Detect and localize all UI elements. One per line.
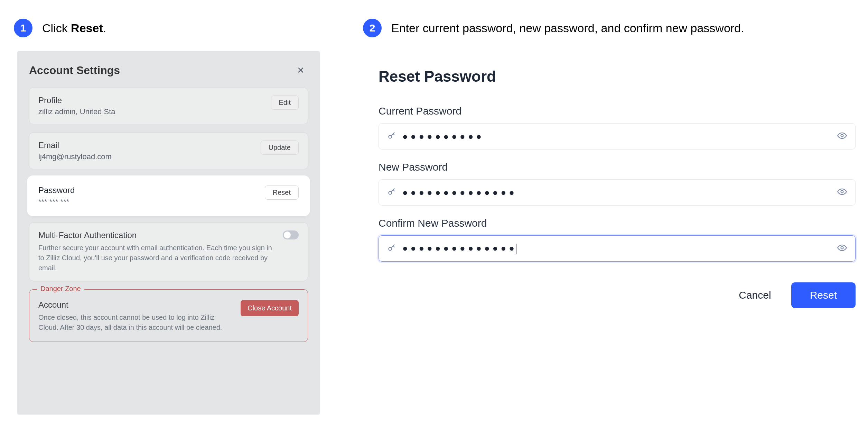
step-1-badge: 1 [14,19,32,37]
current-password-label: Current Password [379,105,856,117]
current-password-input[interactable]: ●●●●●●●●●● [379,123,856,149]
key-icon [387,243,396,254]
account-settings-panel: Account Settings ✕ Profile zilliz admin,… [17,51,320,415]
svg-point-11 [841,247,843,249]
confirm-password-value: ●●●●●●●●●●●●●● [402,243,837,254]
step-2-header: 2 Enter current password, new password, … [363,19,744,37]
mfa-card: Multi-Factor Authentication Further secu… [29,223,308,281]
close-icon[interactable]: ✕ [293,63,308,78]
password-heading: Password [38,185,258,195]
password-value: *** *** *** [38,197,258,206]
form-actions: Cancel Reset [379,282,856,308]
danger-zone-legend: Danger Zone [37,285,84,293]
email-heading: Email [38,141,254,150]
new-password-value: ●●●●●●●●●●●●●● [402,187,837,198]
danger-account-description: Once closed, this account cannot be used… [38,312,234,333]
reset-password-panel: Reset Password Current Password ●●●●●●●●… [379,68,856,308]
step-2-badge: 2 [363,19,382,37]
step-1-caption: Click Reset. [42,21,106,35]
new-password-label: New Password [379,161,856,173]
text-caret [516,244,516,254]
email-card: Email lj4mg@rustyload.com Update [29,133,308,169]
reset-password-button[interactable]: Reset [265,185,299,200]
step-1-caption-pre: Click [42,21,71,35]
confirm-password-dots: ●●●●●●●●●●●●●● [402,243,517,253]
confirm-password-field: Confirm New Password ●●●●●●●●●●●●●● [379,217,856,262]
account-settings-title: Account Settings [29,64,120,77]
danger-account-heading: Account [38,300,234,310]
reset-password-title: Reset Password [379,68,856,85]
svg-point-3 [841,135,843,137]
step-1-caption-post: . [103,21,106,35]
confirm-password-input[interactable]: ●●●●●●●●●●●●●● [379,235,856,262]
profile-value: zilliz admin, United Sta [38,107,264,116]
step-2-caption: Enter current password, new password, an… [391,21,744,35]
key-icon [387,131,396,142]
edit-profile-button[interactable]: Edit [271,96,299,110]
cancel-button[interactable]: Cancel [730,285,779,305]
mfa-heading: Multi-Factor Authentication [38,230,276,240]
profile-heading: Profile [38,96,264,105]
svg-line-10 [393,246,394,247]
password-card: Password *** *** *** Reset [29,178,308,214]
step-1-caption-bold: Reset [71,21,103,35]
eye-icon[interactable] [837,243,847,254]
close-account-button[interactable]: Close Account [241,300,299,316]
eye-icon[interactable] [837,131,847,142]
danger-zone-card: Danger Zone Account Once closed, this ac… [29,289,308,342]
update-email-button[interactable]: Update [261,141,299,155]
new-password-field: New Password ●●●●●●●●●●●●●● [379,161,856,206]
mfa-toggle[interactable] [283,230,299,239]
confirm-password-label: Confirm New Password [379,217,856,229]
key-icon [387,187,396,198]
eye-icon[interactable] [837,187,847,198]
current-password-field: Current Password ●●●●●●●●●● [379,105,856,149]
svg-line-2 [393,134,394,135]
mfa-description: Further secure your account with email a… [38,243,276,273]
current-password-value: ●●●●●●●●●● [402,131,837,142]
reset-submit-button[interactable]: Reset [791,282,856,308]
new-password-input[interactable]: ●●●●●●●●●●●●●● [379,179,856,206]
profile-card: Profile zilliz admin, United Sta Edit [29,88,308,124]
svg-line-6 [393,190,394,191]
email-value: lj4mg@rustyload.com [38,152,254,161]
svg-point-7 [841,191,843,193]
step-1-header: 1 Click Reset. [14,19,106,37]
